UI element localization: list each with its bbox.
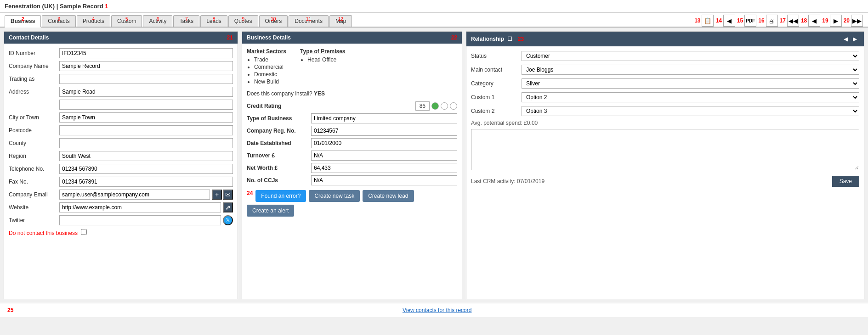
tab-num-5: 5 [125,17,128,22]
type-of-business-input[interactable] [311,113,457,123]
create-task-button[interactable]: Create new task [309,190,360,202]
address-input1[interactable] [59,87,233,97]
twitter-icon-button[interactable]: 𝕏 [223,215,233,225]
tab-leads[interactable]: 8 Leads [200,15,227,27]
contact-details-body: ID Number Company Name Trading as Addres… [4,44,238,241]
tab-orders[interactable]: 10 Orders [259,15,288,27]
credit-circle-green [431,102,439,110]
tab-num-9: 9 [242,17,244,22]
toolbar-back-button[interactable]: ◀ [723,15,735,27]
tab-custom[interactable]: 5 Custom [111,15,142,27]
tab-business[interactable]: 2 Business [5,15,41,28]
tab-map[interactable]: 12 Map [329,15,352,27]
date-established-input[interactable] [311,138,457,148]
address-label: Address [9,89,59,95]
custom2-label: Custom 2 [471,108,522,114]
premises-head-office: Head Office [307,56,345,63]
custom2-select[interactable]: Option Option 2 Option 3 [522,106,859,116]
tab-num-11: 11 [306,17,311,22]
rel-next-button[interactable]: ▶ [850,34,859,44]
toolbar-copy-button[interactable]: 📋 [702,15,714,27]
installs-question: Does this company install? YES [247,90,457,97]
status-select[interactable]: Customer Prospect Supplier [522,51,859,61]
email-input[interactable] [59,190,210,200]
title-bar: Fenestration (UK) | Sample Record 1 [0,0,868,13]
twitter-label: Twitter [9,217,59,223]
rel-nav-arrows: ◀ ▶ [841,34,859,44]
toolbar-annot-20: 20 [844,17,850,24]
tab-num-3: 3 [57,17,60,22]
tab-quotes[interactable]: 9 Quotes [228,15,258,27]
market-sectors-col: Market Sectors Trade Commercial Domestic… [247,48,286,86]
ccjs-input[interactable] [311,175,457,185]
county-input[interactable] [59,138,233,148]
record-title: Sample Record [60,3,103,10]
region-input[interactable] [59,151,233,161]
toolbar-annot-19: 19 [822,17,828,24]
tab-documents[interactable]: 11 Documents [289,15,329,27]
net-worth-input[interactable] [311,163,457,173]
fax-label: Fax No. [9,179,59,185]
postcode-label: Postcode [9,127,59,134]
id-number-input[interactable] [59,48,233,58]
tab-num-2: 2 [22,17,24,22]
company-reg-row: Company Reg. No. [247,126,457,136]
turnover-input[interactable] [311,151,457,161]
do-not-contact-checkbox[interactable] [81,229,87,235]
found-error-button[interactable]: Found an error? [255,190,306,202]
tab-contacts[interactable]: 3 Contacts [42,15,75,27]
view-contacts-link[interactable]: View contacts for this record [403,307,472,313]
toolbar-pdf-button[interactable]: PDF [744,15,756,27]
main-contact-select[interactable]: Joe Bloggs [522,65,859,75]
toolbar-print-button[interactable]: 🖨 [766,15,778,27]
company-reg-input[interactable] [311,126,457,136]
company-name-input[interactable] [59,61,233,71]
email-label: Company Email [9,191,59,198]
email-icon-button[interactable]: ✉ [223,190,233,200]
website-row: Website ⇗ [9,202,233,212]
relationship-body: Status Customer Prospect Supplier Main c… [466,46,864,192]
toolbar-annot-15: 15 [737,17,743,24]
status-row: Status Customer Prospect Supplier [471,51,859,61]
create-lead-button[interactable]: Create new lead [363,190,414,202]
action-annot-24: 24 [247,190,253,202]
notes-textarea[interactable] [471,129,859,170]
category-row: Category Silver Gold Bronze [471,78,859,89]
footer-annot-25: 25 [7,307,13,313]
toolbar-first-button[interactable]: ◀◀ [787,15,799,27]
toolbar-prev-button[interactable]: ◀ [808,15,820,27]
tab-products[interactable]: 4 Products [77,15,110,27]
twitter-input[interactable] [59,215,221,225]
custom1-select[interactable]: Option Option 2 Option 3 [522,92,859,102]
rel-prev-button[interactable]: ◀ [841,34,850,44]
telephone-input[interactable] [59,164,233,174]
business-details-panel: Business Details 22 Market Sectors Trade… [242,31,462,299]
region-label: Region [9,153,59,159]
main-content: Contact Details 21 ID Number Company Nam… [0,28,868,303]
tab-activity[interactable]: 6 Activity [143,15,172,27]
save-button[interactable]: Save [832,176,859,187]
last-activity: Last CRM activity: 07/01/2019 [471,178,545,184]
toolbar-last-button[interactable]: ▶▶ [851,15,863,27]
category-label: Category [471,80,522,87]
city-row: City or Town [9,112,233,123]
credit-rating-value: 86 [415,101,457,111]
main-contact-label: Main contact [471,67,522,73]
tab-tasks[interactable]: 7 Tasks [173,15,199,27]
business-details-body: Market Sectors Trade Commercial Domestic… [242,44,462,221]
status-label: Status [471,53,522,59]
add-email-button[interactable]: + [212,190,222,200]
toolbar-next-button[interactable]: ▶ [830,15,842,27]
ccjs-label: No. of CCJs [247,177,311,184]
website-link-button[interactable]: ⇗ [223,202,233,212]
credit-rating-label: Credit Rating [247,103,311,109]
city-input[interactable] [59,112,233,123]
category-select[interactable]: Silver Gold Bronze [522,78,859,89]
fax-input[interactable] [59,177,233,187]
website-input[interactable] [59,202,221,212]
create-alert-button[interactable]: Create an alert [247,205,294,217]
postcode-input[interactable] [59,125,233,135]
custom1-row: Custom 1 Option Option 2 Option 3 [471,92,859,102]
address-input2[interactable] [59,100,233,110]
trading-as-input[interactable] [59,74,233,84]
